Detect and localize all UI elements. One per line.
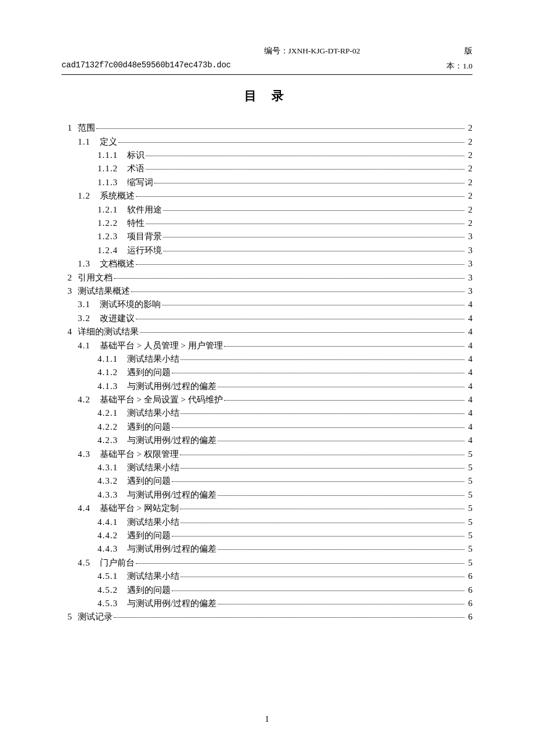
- toc-entry-text: 标识: [127, 149, 145, 162]
- toc-leader-dots: [172, 481, 464, 482]
- toc-entry-text: 定义: [100, 135, 117, 149]
- toc-leader-dots: [140, 332, 464, 333]
- toc-entry[interactable]: 1.1定义2: [62, 135, 472, 149]
- toc-entry[interactable]: 4.2.3与测试用例/过程的偏差4: [62, 434, 472, 447]
- toc-entry[interactable]: 4.5.2遇到的问题6: [62, 584, 472, 597]
- page-title: 目 录: [62, 88, 472, 104]
- toc-entry-number: 4.1: [78, 339, 91, 352]
- toc-leader-dots: [218, 495, 464, 496]
- toc-entry-text: 改进建议: [100, 312, 135, 325]
- toc-entry-text: 缩写词: [127, 176, 153, 189]
- toc-entry[interactable]: 1.1.3缩写词2: [62, 176, 472, 189]
- toc-entry-text: 测试记录: [78, 610, 113, 624]
- toc-entry-page: 2: [467, 176, 472, 189]
- toc-entry[interactable]: 4.5.3与测试用例/过程的偏差6: [62, 597, 472, 610]
- toc-entry-page: 4: [467, 352, 472, 366]
- toc-entry-text: 测试结果概述: [78, 285, 130, 298]
- toc-entry-text: 测试结果小结: [127, 352, 179, 366]
- toc-entry[interactable]: 5测试记录6: [62, 610, 472, 624]
- page-header: cad17132f7c00d48e59560b147ec473b.doc 编号：…: [62, 44, 472, 75]
- toc-entry[interactable]: 4.3基础平台 > 权限管理5: [62, 448, 472, 461]
- toc-entry-text: 与测试用例/过程的偏差: [127, 597, 217, 610]
- document-page: cad17132f7c00d48e59560b147ec473b.doc 编号：…: [0, 0, 534, 747]
- toc-leader-dots: [181, 577, 464, 577]
- toc-entry[interactable]: 4.3.2遇到的问题5: [62, 474, 472, 488]
- toc-entry-page: 5: [467, 556, 472, 570]
- toc-entry-number: 1.1.1: [98, 149, 118, 162]
- toc-entry[interactable]: 4.3.1测试结果小结5: [62, 461, 472, 474]
- toc-entry-number: 1: [62, 121, 78, 135]
- toc-leader-dots: [181, 523, 464, 523]
- toc-entry-page: 4: [467, 325, 472, 339]
- toc-leader-dots: [136, 264, 464, 265]
- toc-entry-number: 4.2.1: [98, 406, 118, 420]
- toc-entry[interactable]: 1.2.2特性2: [62, 217, 472, 230]
- toc-entry[interactable]: 3测试结果概述3: [62, 285, 472, 298]
- toc-entry[interactable]: 1.1.2术语2: [62, 162, 472, 175]
- toc-entry[interactable]: 4.4基础平台 > 网站定制5: [62, 502, 472, 515]
- toc-entry-page: 2: [467, 189, 472, 203]
- toc-leader-dots: [224, 400, 464, 401]
- toc-leader-dots: [163, 210, 464, 211]
- toc-leader-dots: [136, 319, 464, 319]
- toc-entry[interactable]: 4.4.3与测试用例/过程的偏差5: [62, 542, 472, 556]
- toc-entry-number: 1.1: [78, 135, 91, 149]
- toc-entry-number: 4.1.2: [98, 366, 118, 379]
- toc-entry[interactable]: 4.2.1测试结果小结4: [62, 406, 472, 420]
- toc-entry[interactable]: 3.2改进建议4: [62, 312, 472, 325]
- toc-entry[interactable]: 1.2.3项目背景3: [62, 230, 472, 243]
- toc-entry[interactable]: 4.3.3与测试用例/过程的偏差5: [62, 488, 472, 502]
- toc-entry[interactable]: 4详细的测试结果4: [62, 325, 472, 339]
- toc-entry[interactable]: 1.2.1软件用途2: [62, 203, 472, 217]
- toc-entry-text: 引用文档: [78, 271, 113, 285]
- toc-entry-number: 4.2.2: [98, 420, 118, 434]
- toc-entry-page: 2: [467, 162, 472, 175]
- toc-entry-number: 4.2.3: [98, 434, 118, 447]
- toc-entry[interactable]: 4.2基础平台 > 全局设置 > 代码维护4: [62, 393, 472, 406]
- header-version-prefix: 本：: [446, 62, 463, 70]
- toc-entry-text: 与测试用例/过程的偏差: [127, 380, 217, 393]
- toc-entry-number: 1.2.3: [98, 230, 118, 243]
- toc-entry[interactable]: 1.2.4运行环境3: [62, 244, 472, 257]
- toc-entry[interactable]: 4.4.2遇到的问题5: [62, 529, 472, 542]
- table-of-contents: 1范围21.1定义21.1.1标识21.1.2术语21.1.3缩写词21.2系统…: [62, 121, 472, 624]
- toc-leader-dots: [162, 305, 464, 305]
- header-version-value: 1.0: [463, 62, 472, 70]
- toc-entry-page: 3: [467, 285, 472, 298]
- toc-entry-text: 软件用途: [127, 203, 162, 217]
- toc-entry-page: 5: [467, 542, 472, 556]
- toc-entry[interactable]: 4.1.2遇到的问题4: [62, 366, 472, 379]
- toc-entry-number: 4.3.2: [98, 474, 118, 488]
- toc-entry-number: 4.1.3: [98, 380, 118, 393]
- toc-entry[interactable]: 1.2系统概述2: [62, 189, 472, 203]
- toc-entry[interactable]: 4.4.1测试结果小结5: [62, 516, 472, 529]
- toc-entry-text: 基础平台 > 网站定制: [100, 502, 179, 515]
- toc-entry[interactable]: 1.1.1标识2: [62, 149, 472, 162]
- toc-entry[interactable]: 4.5.1测试结果小结6: [62, 570, 472, 583]
- toc-entry[interactable]: 4.1基础平台 > 人员管理 > 用户管理4: [62, 339, 472, 352]
- toc-entry[interactable]: 2引用文档3: [62, 271, 472, 285]
- toc-entry-page: 4: [467, 366, 472, 379]
- toc-leader-dots: [180, 509, 464, 509]
- toc-entry-page: 5: [467, 529, 472, 542]
- toc-entry-text: 门户前台: [100, 556, 135, 570]
- toc-entry-page: 2: [467, 135, 472, 149]
- toc-leader-dots: [172, 427, 464, 428]
- toc-entry[interactable]: 1范围2: [62, 121, 472, 135]
- toc-entry-page: 6: [467, 610, 472, 624]
- toc-leader-dots: [146, 224, 464, 224]
- toc-leader-dots: [172, 536, 464, 537]
- toc-entry[interactable]: 4.5门户前台5: [62, 556, 472, 570]
- toc-entry-page: 5: [467, 448, 472, 461]
- toc-entry[interactable]: 3.1测试环境的影响4: [62, 298, 472, 311]
- toc-entry[interactable]: 4.2.2遇到的问题4: [62, 420, 472, 434]
- toc-entry[interactable]: 1.3文档概述3: [62, 257, 472, 271]
- toc-entry-page: 2: [467, 121, 472, 135]
- toc-entry-number: 3.1: [78, 298, 91, 311]
- toc-entry-text: 特性: [127, 217, 145, 230]
- toc-entry[interactable]: 4.1.3与测试用例/过程的偏差4: [62, 380, 472, 393]
- toc-leader-dots: [181, 359, 464, 360]
- toc-entry[interactable]: 4.1.1测试结果小结4: [62, 352, 472, 366]
- toc-entry-text: 系统概述: [100, 189, 135, 203]
- toc-entry-page: 5: [467, 488, 472, 502]
